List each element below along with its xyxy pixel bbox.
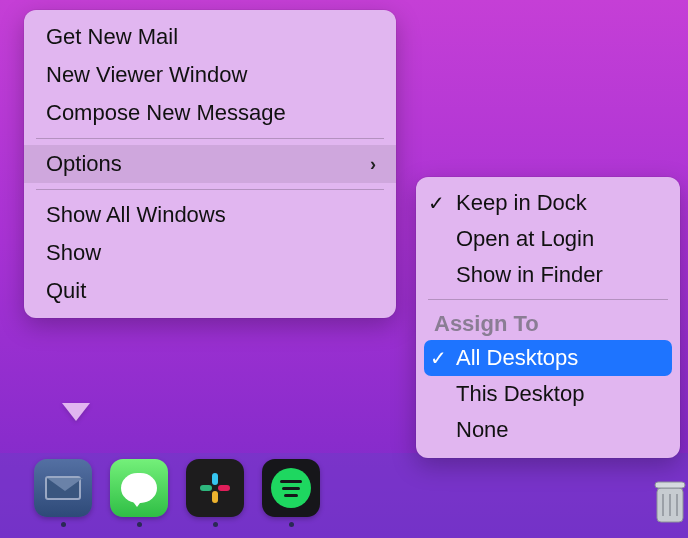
submenu-item-keep-in-dock[interactable]: ✓ Keep in Dock: [416, 185, 680, 221]
submenu-item-label: This Desktop: [456, 381, 584, 406]
menu-item-label: Get New Mail: [46, 24, 178, 50]
svg-rect-0: [212, 473, 218, 485]
menu-item-label: Options: [46, 151, 122, 177]
running-indicator: [61, 522, 66, 527]
submenu-item-show-in-finder[interactable]: Show in Finder: [416, 257, 680, 293]
dock-app-spotify[interactable]: [262, 459, 320, 527]
menu-item-options[interactable]: Options ›: [24, 145, 396, 183]
running-indicator: [289, 522, 294, 527]
submenu-item-label: Open at Login: [456, 226, 594, 251]
submenu-item-this-desktop[interactable]: This Desktop: [416, 376, 680, 412]
svg-rect-1: [200, 485, 212, 491]
running-indicator: [137, 522, 142, 527]
submenu-item-label: All Desktops: [456, 345, 578, 370]
menu-separator: [36, 138, 384, 139]
submenu-item-label: None: [456, 417, 509, 442]
running-indicator: [213, 522, 218, 527]
svg-rect-5: [655, 482, 685, 488]
menu-item-quit[interactable]: Quit: [24, 272, 396, 310]
menu-pointer-tail: [62, 403, 90, 421]
menu-item-get-new-mail[interactable]: Get New Mail: [24, 18, 396, 56]
options-submenu: ✓ Keep in Dock Open at Login Show in Fin…: [416, 177, 680, 458]
menu-item-show-all-windows[interactable]: Show All Windows: [24, 196, 396, 234]
submenu-item-label: Keep in Dock: [456, 190, 587, 215]
slack-icon: [186, 459, 244, 517]
dock-context-menu: Get New Mail New Viewer Window Compose N…: [24, 10, 396, 318]
mail-icon: [34, 459, 92, 517]
checkmark-icon: ✓: [430, 346, 447, 370]
dock-app-messages[interactable]: [110, 459, 168, 527]
menu-item-new-viewer-window[interactable]: New Viewer Window: [24, 56, 396, 94]
svg-rect-2: [212, 491, 218, 503]
trash-icon[interactable]: [652, 476, 688, 526]
dock-app-mail[interactable]: [34, 459, 92, 527]
submenu-item-none[interactable]: None: [416, 412, 680, 448]
menu-item-label: Compose New Message: [46, 100, 286, 126]
messages-icon: [110, 459, 168, 517]
checkmark-icon: ✓: [428, 191, 445, 215]
menu-item-show[interactable]: Show: [24, 234, 396, 272]
submenu-item-label: Show in Finder: [456, 262, 603, 287]
svg-rect-3: [218, 485, 230, 491]
menu-separator: [428, 299, 668, 300]
menu-item-compose-new-message[interactable]: Compose New Message: [24, 94, 396, 132]
dock-app-slack[interactable]: [186, 459, 244, 527]
chevron-right-icon: ›: [370, 154, 376, 175]
menu-item-label: Quit: [46, 278, 86, 304]
submenu-item-open-at-login[interactable]: Open at Login: [416, 221, 680, 257]
menu-item-label: Show All Windows: [46, 202, 226, 228]
submenu-item-all-desktops[interactable]: ✓ All Desktops: [424, 340, 672, 376]
submenu-section-header: Assign To: [416, 306, 680, 340]
dock: [0, 453, 688, 538]
menu-separator: [36, 189, 384, 190]
spotify-icon: [262, 459, 320, 517]
menu-item-label: Show: [46, 240, 101, 266]
menu-item-label: New Viewer Window: [46, 62, 247, 88]
